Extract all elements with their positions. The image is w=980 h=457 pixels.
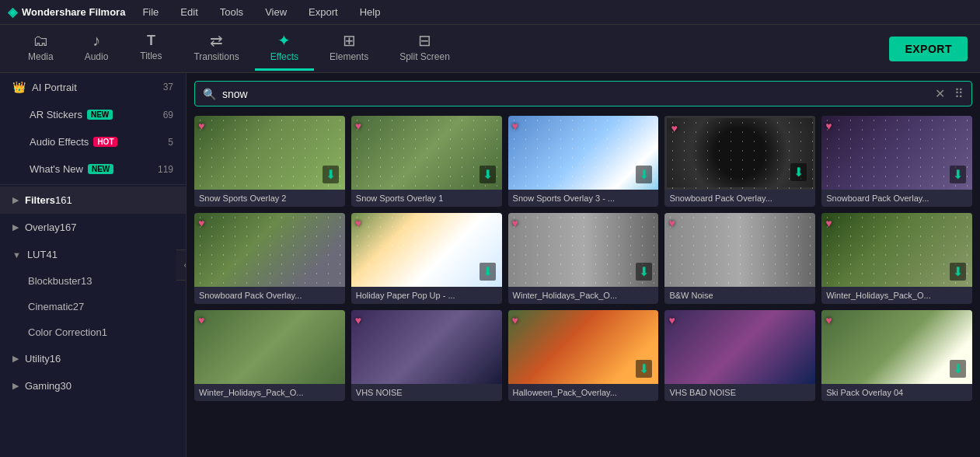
heart-icon-9[interactable]: ♥ bbox=[668, 217, 675, 229]
toolbar-transitions[interactable]: ⇄ Transitions bbox=[178, 26, 254, 71]
grid-item-13[interactable]: ♥⬇Halloween_Pack_Overlay... bbox=[508, 310, 659, 401]
sidebar-item-ai-portrait[interactable]: 👑 AI Portrait 37 bbox=[0, 73, 186, 101]
download-icon-13[interactable]: ⬇ bbox=[636, 360, 652, 378]
arrow-lut-icon: ▼ bbox=[12, 250, 21, 260]
sidebar-collapse-button[interactable]: ‹ bbox=[176, 249, 187, 281]
heart-icon-1[interactable]: ♥ bbox=[198, 120, 204, 132]
download-icon-15[interactable]: ⬇ bbox=[950, 360, 966, 378]
menu-export[interactable]: Export bbox=[304, 5, 343, 19]
toolbar-audio-label: Audio bbox=[85, 51, 109, 62]
export-button[interactable]: EXPORT bbox=[889, 37, 968, 61]
snow-overlay-9 bbox=[664, 213, 815, 287]
download-icon-1[interactable]: ⬇ bbox=[323, 166, 339, 183]
content-panel: 🔍 ✕ ⠿ ♥⬇Snow Sports Overlay 2♥⬇Snow Spor… bbox=[187, 73, 980, 457]
heart-icon-13[interactable]: ♥ bbox=[512, 314, 518, 326]
sidebar-item-lut[interactable]: ▼ LUT 41 bbox=[0, 241, 186, 268]
grid-item-label-14: VHS BAD NOISE bbox=[664, 384, 815, 401]
sidebar-item-utility[interactable]: ▶ Utility 16 bbox=[0, 345, 186, 372]
download-icon-4[interactable]: ⬇ bbox=[790, 163, 807, 181]
clear-search-icon[interactable]: ✕ bbox=[935, 86, 945, 101]
grid-item-2[interactable]: ♥⬇Snow Sports Overlay 1 bbox=[351, 116, 502, 207]
grid-item-1[interactable]: ♥⬇Snow Sports Overlay 2 bbox=[194, 116, 345, 207]
sidebar-item-color-correction[interactable]: Color Correction 1 bbox=[0, 319, 186, 345]
heart-icon-15[interactable]: ♥ bbox=[825, 314, 832, 326]
grid-item-label-3: Snow Sports Overlay 3 - ... bbox=[508, 190, 659, 207]
sidebar-item-blockbuster[interactable]: Blockbuster 13 bbox=[0, 268, 186, 294]
toolbar-media[interactable]: 🗂 Media bbox=[12, 26, 69, 71]
grid-item-label-1: Snow Sports Overlay 2 bbox=[194, 190, 345, 207]
sidebar-count-audio-effects: 5 bbox=[168, 137, 173, 148]
toolbar-elements-label: Elements bbox=[330, 51, 368, 62]
heart-icon-5[interactable]: ♥ bbox=[825, 120, 832, 132]
menu-help[interactable]: Help bbox=[355, 5, 385, 19]
app-logo-icon: ◈ bbox=[8, 5, 17, 19]
menu-view[interactable]: View bbox=[260, 5, 291, 19]
media-icon: 🗂 bbox=[33, 33, 48, 48]
sidebar-item-gaming[interactable]: ▶ Gaming 30 bbox=[0, 372, 186, 399]
heart-icon-14[interactable]: ♥ bbox=[668, 314, 675, 326]
grid-item-3[interactable]: ♥⬇Snow Sports Overlay 3 - ... bbox=[508, 116, 659, 207]
toolbar: 🗂 Media ♪ Audio T Titles ⇄ Transitions ✦… bbox=[0, 25, 980, 73]
grid-item-15[interactable]: ♥⬇Ski Pack Overlay 04 bbox=[821, 310, 972, 401]
grid-item-label-13: Halloween_Pack_Overlay... bbox=[508, 384, 659, 401]
menu-edit[interactable]: Edit bbox=[176, 5, 202, 19]
download-icon-8[interactable]: ⬇ bbox=[636, 263, 652, 281]
download-icon-2[interactable]: ⬇ bbox=[480, 166, 496, 183]
grid-item-11[interactable]: ♥Winter_Holidays_Pack_O... bbox=[194, 310, 345, 401]
toolbar-elements[interactable]: ⊞ Elements bbox=[314, 26, 384, 71]
heart-icon-7[interactable]: ♥ bbox=[355, 217, 361, 229]
grid-item-8[interactable]: ♥⬇Winter_Holidays_Pack_O... bbox=[508, 213, 659, 304]
heart-icon-2[interactable]: ♥ bbox=[355, 120, 361, 132]
sidebar-item-audio-effects[interactable]: Audio Effects HOT 5 bbox=[0, 128, 186, 155]
heart-icon-3[interactable]: ♥ bbox=[512, 120, 518, 132]
arrow-utility-icon: ▶ bbox=[12, 354, 19, 364]
sidebar-item-overlay[interactable]: ▶ Overlay 167 bbox=[0, 214, 186, 241]
sidebar-label-gaming: Gaming bbox=[25, 380, 61, 392]
sidebar-count-utility: 16 bbox=[50, 353, 61, 365]
heart-icon-11[interactable]: ♥ bbox=[198, 314, 204, 326]
badge-hot-audio: HOT bbox=[93, 137, 117, 147]
sidebar-count-gaming: 30 bbox=[61, 380, 71, 392]
sidebar-item-filters[interactable]: ▶ Filters 161 bbox=[0, 187, 186, 214]
main-content: 👑 AI Portrait 37 AR Stickers NEW 69 Audi… bbox=[0, 73, 980, 457]
arrow-filters-icon: ▶ bbox=[12, 195, 19, 205]
sidebar-item-whats-new[interactable]: What's New NEW 119 bbox=[0, 155, 186, 183]
toolbar-audio[interactable]: ♪ Audio bbox=[69, 26, 124, 71]
effects-grid: ♥⬇Snow Sports Overlay 2♥⬇Snow Sports Ove… bbox=[194, 116, 972, 401]
download-icon-5[interactable]: ⬇ bbox=[950, 166, 966, 183]
heart-icon-12[interactable]: ♥ bbox=[355, 314, 361, 326]
grid-item-9[interactable]: ♥B&W Noise bbox=[664, 213, 815, 304]
sidebar-count-blockbuster: 13 bbox=[81, 275, 92, 287]
grid-item-12[interactable]: ♥VHS NOISE bbox=[351, 310, 502, 401]
grid-item-4[interactable]: ♥⬇Snowboard Pack Overlay... bbox=[664, 116, 815, 207]
toolbar-titles[interactable]: T Titles bbox=[124, 27, 178, 70]
grid-item-14[interactable]: ♥VHS BAD NOISE bbox=[664, 310, 815, 401]
heart-icon-8[interactable]: ♥ bbox=[512, 217, 518, 229]
transitions-icon: ⇄ bbox=[210, 33, 223, 48]
heart-icon-4[interactable]: ♥ bbox=[671, 122, 677, 134]
search-input[interactable] bbox=[222, 88, 929, 100]
download-icon-7[interactable]: ⬇ bbox=[480, 263, 496, 281]
heart-icon-10[interactable]: ♥ bbox=[825, 217, 832, 229]
grid-item-6[interactable]: ♥Snowboard Pack Overlay... bbox=[194, 213, 345, 304]
download-icon-3[interactable]: ⬇ bbox=[636, 166, 652, 183]
grid-item-7[interactable]: ♥⬇Holiday Paper Pop Up - ... bbox=[351, 213, 502, 304]
sidebar-label-overlay: Overlay bbox=[25, 222, 60, 233]
sidebar-item-cinematic[interactable]: Cinematic 27 bbox=[0, 294, 186, 319]
toolbar-splitscreen[interactable]: ⊟ Split Screen bbox=[384, 26, 466, 71]
toolbar-effects[interactable]: ✦ Effects bbox=[255, 26, 314, 71]
grid-item-label-5: Snowboard Pack Overlay... bbox=[821, 190, 972, 207]
download-icon-10[interactable]: ⬇ bbox=[950, 263, 966, 281]
grid-item-10[interactable]: ♥⬇Winter_Holidays_Pack_O... bbox=[821, 213, 972, 304]
grid-view-icon[interactable]: ⠿ bbox=[954, 86, 964, 101]
menu-tools[interactable]: Tools bbox=[215, 5, 248, 19]
sidebar-label-filters: Filters bbox=[25, 194, 55, 206]
sidebar-item-ar-stickers[interactable]: AR Stickers NEW 69 bbox=[0, 101, 186, 128]
elements-icon: ⊞ bbox=[343, 33, 356, 48]
sidebar-label-blockbuster: Blockbuster bbox=[28, 275, 81, 287]
heart-icon-6[interactable]: ♥ bbox=[198, 217, 204, 229]
grid-item-5[interactable]: ♥⬇Snowboard Pack Overlay... bbox=[821, 116, 972, 207]
menu-file[interactable]: File bbox=[138, 5, 163, 19]
sidebar-label-cinematic: Cinematic bbox=[28, 301, 73, 312]
toolbar-transitions-label: Transitions bbox=[194, 51, 239, 62]
